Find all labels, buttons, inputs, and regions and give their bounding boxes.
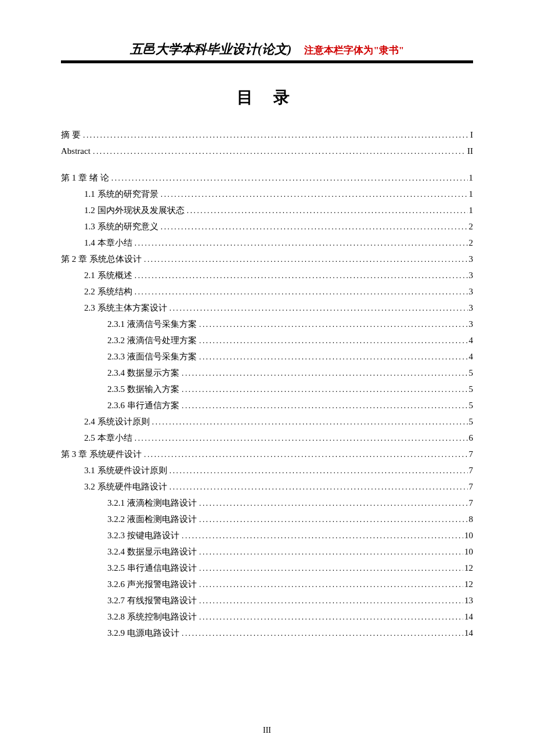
toc-label: 1.2 国内外现状及发展状态: [84, 206, 187, 215]
toc-entry: 2.3.5 数据输入方案5: [61, 385, 473, 394]
toc-entry: 3.2 系统硬件电路设计7: [61, 483, 473, 491]
toc-gap: [61, 163, 473, 174]
toc-leader-dots: [199, 515, 468, 523]
toc-label: 2.2 系统结构: [84, 287, 135, 296]
toc-page: 12: [463, 564, 473, 573]
toc-entry: 1.4 本章小结2: [61, 239, 473, 247]
toc-leader-dots: [135, 271, 468, 279]
toc-entry: 2.1 系统概述3: [61, 271, 473, 280]
toc-leader-dots: [135, 239, 468, 247]
toc-label: 2.4 系统设计原则: [84, 417, 152, 426]
toc-page: II: [466, 147, 473, 156]
toc-page: 14: [463, 613, 473, 621]
toc-entry: 3.1 系统硬件设计原则7: [61, 466, 473, 475]
toc-leader-dots: [111, 174, 468, 182]
toc-leader-dots: [135, 287, 468, 296]
toc-page: 1: [468, 174, 474, 182]
toc-leader-dots: [161, 190, 468, 198]
toc-page: 3: [468, 271, 474, 280]
toc-label: 3.2.4 数据显示电路设计: [107, 548, 199, 556]
toc-leader-dots: [199, 613, 463, 621]
toc-label: 2.5 本章小结: [84, 434, 135, 442]
toc-entry: 3.2.7 有线报警电路设计13: [61, 596, 473, 605]
toc-page: 14: [463, 629, 473, 638]
toc-label: 3.2.5 串行通信电路设计: [107, 564, 199, 573]
toc-entry: 第 1 章 绪 论1: [61, 174, 473, 182]
toc-entry: 3.2.5 串行通信电路设计12: [61, 564, 473, 573]
toc-page: 7: [468, 466, 474, 475]
header-note: 注意本栏字体为"隶书": [304, 45, 404, 56]
toc-leader-dots: [152, 417, 468, 426]
toc-leader-dots: [199, 320, 468, 328]
toc-title: 目 录: [61, 87, 473, 109]
toc-entry: 2.2 系统结构3: [61, 287, 473, 296]
toc-page: 13: [463, 596, 473, 605]
toc-entry: 第 2 章 系统总体设计3: [61, 255, 473, 264]
toc-page: 3: [468, 304, 474, 312]
toc-leader-dots: [83, 131, 469, 139]
toc-leader-dots: [199, 336, 468, 344]
toc-label: 第 2 章 系统总体设计: [61, 255, 144, 264]
toc-entry: 3.2.9 电源电路设计14: [61, 629, 473, 638]
toc-leader-dots: [182, 385, 468, 393]
toc-leader-dots: [199, 580, 463, 588]
toc-leader-dots: [144, 450, 468, 458]
toc-label: 3.1 系统硬件设计原则: [84, 466, 169, 475]
toc-label: 3.2.6 声光报警电路设计: [107, 580, 199, 589]
toc-page: 12: [463, 580, 473, 589]
toc-label: 3.2.3 按键电路设计: [107, 531, 182, 540]
toc-page: 2: [468, 239, 474, 247]
toc-page: 1: [468, 190, 474, 199]
toc-leader-dots: [199, 548, 463, 556]
toc-leader-dots: [169, 466, 468, 474]
toc-leader-dots: [144, 255, 468, 263]
toc-page: 4: [468, 336, 474, 345]
page-header: 五邑大学本科毕业设计(论文) 注意本栏字体为"隶书": [61, 41, 473, 58]
toc-label: 2.1 系统概述: [84, 271, 135, 280]
toc-page: 5: [468, 417, 474, 426]
toc-entry: 3.2.1 液滴检测电路设计7: [61, 499, 473, 507]
toc-entry: 2.3 系统主体方案设计3: [61, 304, 473, 312]
toc-leader-dots: [161, 222, 468, 231]
toc-entry: 3.2.4 数据显示电路设计10: [61, 548, 473, 556]
toc-entry: 3.2.6 声光报警电路设计12: [61, 580, 473, 589]
toc-page: 8: [468, 515, 474, 524]
toc-leader-dots: [182, 531, 463, 539]
toc-leader-dots: [199, 596, 463, 604]
toc-leader-dots: [169, 483, 468, 491]
toc-page: 3: [468, 287, 474, 296]
toc-label: Abstract: [61, 147, 93, 156]
toc-entry: 2.3.3 液面信号采集方案4: [61, 352, 473, 361]
toc-label: 2.3.1 液滴信号采集方案: [107, 320, 199, 329]
toc-label: 2.3.4 数据显示方案: [107, 369, 182, 377]
toc-page: 2: [468, 222, 474, 231]
toc-page: 5: [468, 401, 474, 410]
toc-page: 7: [468, 499, 474, 507]
toc-entry: 1.1 系统的研究背景1: [61, 190, 473, 199]
toc-label: 1.4 本章小结: [84, 239, 135, 247]
page-number: III: [0, 726, 534, 735]
toc-label: 第 1 章 绪 论: [61, 174, 111, 182]
toc-label: 2.3.5 数据输入方案: [107, 385, 182, 394]
header-rule: [61, 60, 473, 63]
header-line: 五邑大学本科毕业设计(论文) 注意本栏字体为"隶书": [130, 41, 405, 58]
toc-leader-dots: [93, 147, 466, 155]
toc-entry: 2.3.1 液滴信号采集方案3: [61, 320, 473, 329]
toc-leader-dots: [199, 564, 463, 572]
toc-leader-dots: [182, 401, 468, 409]
toc-page: 4: [468, 352, 474, 361]
toc-page: 3: [468, 320, 474, 329]
toc: 摘 要IAbstractII第 1 章 绪 论11.1 系统的研究背景11.2 …: [61, 131, 473, 638]
toc-page: 7: [468, 450, 474, 459]
toc-label: 3.2.2 液面检测电路设计: [107, 515, 199, 524]
toc-label: 1.3 系统的研究意义: [84, 222, 161, 231]
toc-entry: 摘 要I: [61, 131, 473, 139]
toc-entry: AbstractII: [61, 147, 473, 156]
toc-leader-dots: [182, 369, 468, 377]
toc-label: 2.3.2 液滴信号处理方案: [107, 336, 199, 345]
toc-entry: 2.4 系统设计原则5: [61, 417, 473, 426]
toc-label: 第 3 章 系统硬件设计: [61, 450, 144, 459]
toc-label: 3.2.7 有线报警电路设计: [107, 596, 199, 605]
header-title: 五邑大学本科毕业设计(论文): [130, 42, 292, 56]
toc-page: 6: [468, 434, 474, 442]
